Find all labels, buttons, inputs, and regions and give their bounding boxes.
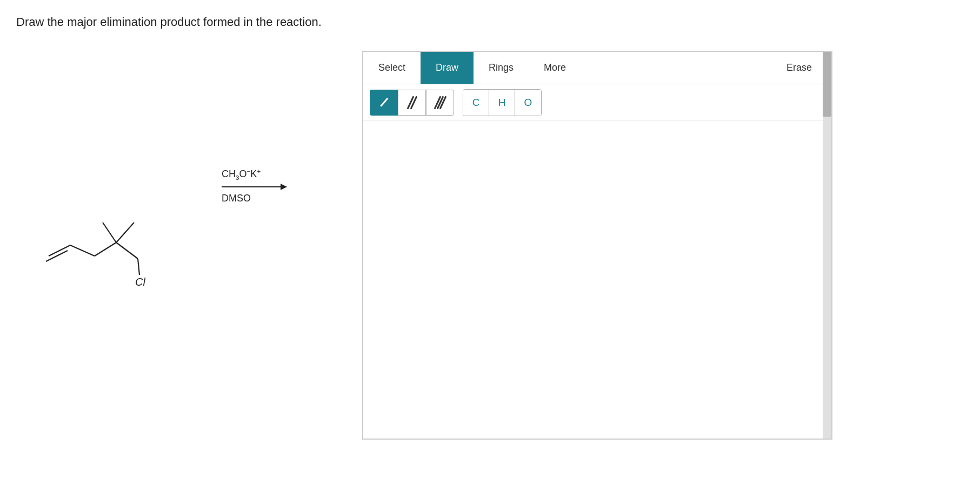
atom-h-button[interactable]: H (489, 90, 515, 116)
atom-c-button[interactable]: C (463, 90, 489, 116)
reagent-label: CH3O−K+ (222, 167, 261, 181)
double-bond-button[interactable] (398, 90, 426, 116)
svg-text:Cl: Cl (135, 276, 145, 288)
sub-toolbar: / C H O (363, 84, 831, 121)
svg-line-4 (103, 223, 116, 242)
page-instruction: Draw the major elimination product forme… (0, 0, 980, 29)
single-bond-icon: / (378, 95, 389, 110)
double-bond-icon (410, 96, 415, 110)
draw-tool-panel: Select Draw Rings More Erase / (362, 51, 832, 440)
reaction-area: CH3O−K+ DMSO (222, 167, 330, 204)
draw-button[interactable]: Draw (421, 52, 474, 84)
select-button[interactable]: Select (363, 52, 421, 84)
atom-o-button[interactable]: O (515, 90, 541, 116)
atom-group: C H O (463, 89, 542, 116)
svg-line-5 (116, 223, 134, 242)
triple-bond-button[interactable] (426, 90, 454, 116)
molecule-display: Cl (16, 83, 222, 310)
svg-line-8 (138, 259, 139, 275)
svg-line-6 (116, 242, 138, 259)
erase-button[interactable]: Erase (771, 52, 827, 84)
rings-button[interactable]: Rings (474, 52, 529, 84)
svg-line-2 (70, 245, 95, 256)
reaction-arrow (222, 186, 286, 187)
main-toolbar: Select Draw Rings More Erase (363, 52, 831, 84)
draw-canvas[interactable] (363, 121, 831, 439)
scrollbar-thumb[interactable] (823, 52, 831, 117)
scrollbar-track[interactable] (823, 52, 831, 439)
svg-line-3 (95, 242, 116, 256)
single-bond-button[interactable]: / (370, 90, 398, 116)
triple-bond-icon (437, 96, 444, 110)
main-content: Cl CH3O−K+ DMSO Select Draw Rings More (0, 29, 980, 440)
molecule-section: Cl CH3O−K+ DMSO (16, 83, 330, 310)
solvent-label: DMSO (222, 193, 251, 204)
more-button[interactable]: More (529, 52, 581, 84)
